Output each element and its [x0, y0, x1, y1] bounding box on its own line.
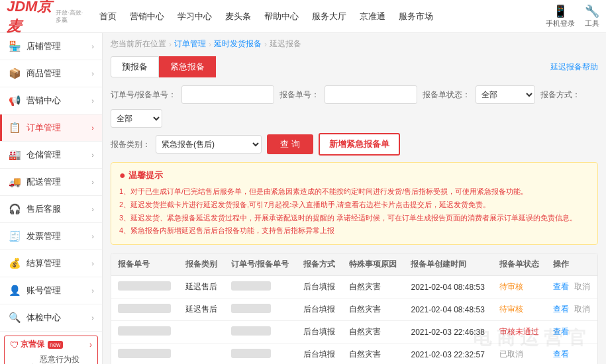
- arrow-icon: ›: [91, 205, 94, 213]
- arrow-icon: ›: [91, 151, 94, 159]
- sidebar-item-warehouse[interactable]: 🏭 仓储管理 ›: [0, 142, 102, 169]
- masked-report-no: [118, 304, 171, 313]
- nav-mobile-store[interactable]: 📱 手机登录: [546, 4, 575, 28]
- cell-method: 后台填报: [297, 276, 342, 298]
- top-nav: JDM京麦 开放·高效·多赢 首页 营销中心 学习中心 麦头条 帮助中心 服务大…: [0, 0, 606, 33]
- mobile-icon: 📱: [553, 4, 568, 19]
- health-icon: 🔍: [8, 311, 21, 324]
- sidebar-item-order[interactable]: 📋 订单管理 ›: [0, 114, 102, 142]
- logo: JDM京麦 开放·高效·多赢: [7, 0, 86, 36]
- cell-type: [179, 321, 225, 343]
- logo-text: JDM京麦: [7, 0, 53, 36]
- masked-order-no: [231, 326, 271, 336]
- tab-urgent[interactable]: 紧急报备: [159, 56, 216, 77]
- nav-headlines[interactable]: 麦头条: [225, 11, 251, 23]
- nav-market[interactable]: 服务市场: [399, 11, 433, 23]
- report-table: 报备单号 报备类别 订单号/报备单号 报备方式 特殊事项原因 报备单创建时间 报…: [111, 253, 598, 364]
- sub-sidebar-protect: ☆ 恶意行为投诉中心 ☆ 违规举报 ☆ 价格风险管理 ☆ 商品信息风险管理 ★: [10, 350, 92, 364]
- protect-badge-new: new: [48, 341, 63, 349]
- main-layout: 🏪 店铺管理 › 📦 商品管理 › 📢 营销中心 › 📋 订单管理 › 🏭 仓储…: [0, 33, 606, 364]
- mktg-icon: 📢: [8, 94, 21, 107]
- nav-help[interactable]: 帮助中心: [264, 11, 299, 23]
- nav-jingzhuntong[interactable]: 京准通: [360, 11, 385, 23]
- masked-order-no: [231, 281, 271, 291]
- sidebar-item-product[interactable]: 📦 商品管理 ›: [0, 60, 102, 87]
- arrow-icon: ›: [91, 97, 94, 105]
- finance-icon: 💰: [8, 257, 21, 270]
- cell-actions: 查看 取消: [546, 276, 597, 298]
- cell-actions: 查看: [546, 321, 597, 343]
- product-icon: 📦: [8, 67, 21, 80]
- action-view-link[interactable]: 查看: [553, 282, 569, 291]
- tabs: 预报备 紧急报备 延迟报备帮助: [111, 56, 598, 77]
- cell-method: 后台填报: [297, 343, 342, 364]
- arrow-icon: ›: [91, 178, 94, 186]
- sep3: ›: [264, 40, 267, 49]
- order-no-input[interactable]: [181, 85, 274, 104]
- breadcrumb: 您当前所在位置 › 订单管理 › 延时发货报备 › 延迟报备: [111, 38, 598, 50]
- sidebar-item-invoice[interactable]: 🧾 发票管理 ›: [0, 223, 102, 250]
- action-view-link[interactable]: 查看: [553, 304, 569, 314]
- cell-type: [179, 343, 225, 364]
- col-reason: 特殊事项原因: [342, 253, 405, 276]
- nav-learning[interactable]: 学习中心: [177, 11, 212, 23]
- protect-icon: 🛡: [10, 340, 19, 350]
- star-icon: ☆: [30, 362, 36, 365]
- nav-marketing[interactable]: 营销中心: [130, 11, 164, 23]
- breadcrumb-delay-ship[interactable]: 延时发货报备: [214, 38, 262, 50]
- cell-status: 待审核: [493, 298, 546, 321]
- sidebar-item-account[interactable]: 👤 账号管理 ›: [0, 277, 102, 304]
- cell-type: 延迟售后: [179, 276, 225, 298]
- sidebar-item-health[interactable]: 🔍 体检中心 ›: [0, 304, 102, 332]
- invoice-icon: 🧾: [8, 230, 21, 243]
- query-button[interactable]: 查 询: [267, 134, 313, 154]
- cell-method: 后台填报: [297, 321, 342, 343]
- report-no-input[interactable]: [325, 85, 417, 104]
- order-icon: 📋: [8, 121, 21, 134]
- content-area: 您当前所在位置 › 订单管理 › 延时发货报备 › 延迟报备 预报备 紧急报备 …: [103, 33, 606, 364]
- masked-report-no: [118, 281, 171, 291]
- col-report-no: 报备单号: [111, 253, 179, 276]
- jd-protect-title[interactable]: 🛡 京营保 new ›: [10, 339, 92, 350]
- shop-icon: 🏪: [8, 40, 21, 53]
- sidebar-item-shop[interactable]: 🏪 店铺管理 ›: [0, 33, 102, 60]
- aftersale-icon: 🎧: [8, 203, 21, 216]
- cell-time: 2021-02-04 08:48:53: [404, 298, 493, 321]
- sidebar-item-mktg[interactable]: 📢 营销中心 ›: [0, 87, 102, 114]
- action-cancel-link[interactable]: 取消: [574, 282, 590, 291]
- breadcrumb-order[interactable]: 订单管理: [174, 38, 206, 50]
- table-row: 延迟售后 后台填报 自然灾害 2021-02-04 08:48:53 待审核 查…: [111, 276, 597, 298]
- cell-reason: 自然灾害: [342, 298, 405, 321]
- arrow-icon: ›: [91, 124, 94, 132]
- arrow-icon: ›: [91, 314, 94, 322]
- nav-home[interactable]: 首页: [99, 11, 117, 23]
- type-select[interactable]: 紧急报备(售后) 紧急报备(发货): [156, 135, 262, 154]
- sidebar-item-aftersale[interactable]: 🎧 售后客服 ›: [0, 196, 102, 223]
- col-order-no: 订单号/报备单号: [225, 253, 297, 276]
- sidebar: 🏪 店铺管理 › 📦 商品管理 › 📢 营销中心 › 📋 订单管理 › 🏭 仓储…: [0, 33, 103, 364]
- sidebar-item-finance[interactable]: 💰 结算管理 ›: [0, 250, 102, 277]
- nav-tools[interactable]: 🔧 工具: [585, 4, 599, 28]
- tab-help-link[interactable]: 延迟报备帮助: [550, 62, 598, 73]
- tab-prereport[interactable]: 预报备: [111, 56, 159, 77]
- status-select[interactable]: 全部 待审核 审核通过 已取消 审核未通过: [476, 85, 535, 104]
- cell-order-no: [225, 321, 297, 343]
- action-view-link[interactable]: 查看: [553, 327, 569, 336]
- cell-reason: 自然灾害: [342, 276, 405, 298]
- action-view-link[interactable]: 查看: [553, 349, 569, 359]
- method-select[interactable]: 全部 后台填报 系统上报: [111, 109, 162, 128]
- table-row: 后台填报 自然灾害 2021-02-03 22:32:57 已取消 查看: [111, 343, 597, 364]
- logo-sub: 开放·高效·多赢: [56, 9, 86, 24]
- new-report-button[interactable]: 新增紧急报备单: [319, 133, 400, 156]
- sub-item-complaint[interactable]: ☆ 恶意行为投诉中心: [10, 350, 92, 364]
- cell-report-no: [111, 298, 179, 321]
- masked-order-no: [231, 304, 271, 313]
- sidebar-item-delivery[interactable]: 🚚 配送管理 ›: [0, 169, 102, 196]
- arrow-icon: ›: [91, 259, 94, 267]
- col-type: 报备类别: [179, 253, 225, 276]
- action-cancel-link[interactable]: 取消: [574, 304, 590, 314]
- order-no-label: 订单号/报备单号：: [111, 89, 176, 101]
- col-method: 报备方式: [297, 253, 342, 276]
- cell-method: 后台填报: [297, 298, 342, 321]
- nav-service[interactable]: 服务大厅: [312, 11, 346, 23]
